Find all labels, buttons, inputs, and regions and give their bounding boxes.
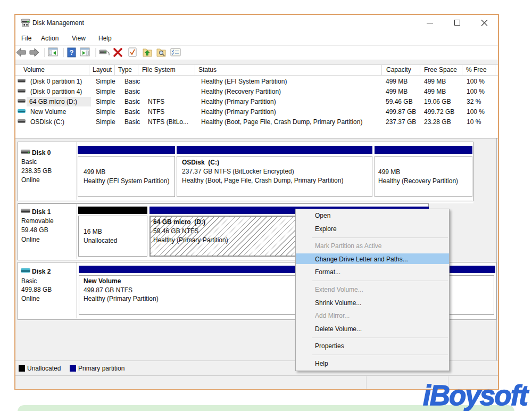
svg-text:?: ?	[70, 48, 74, 56]
